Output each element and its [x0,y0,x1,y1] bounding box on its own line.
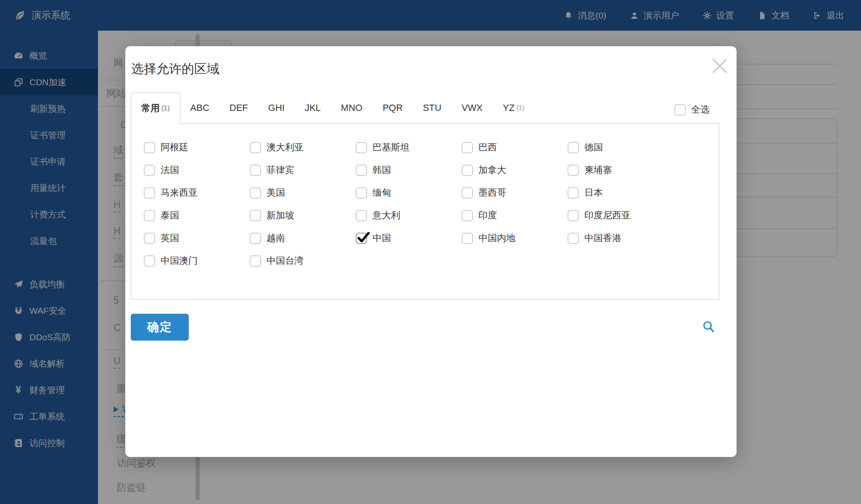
checkbox-unchecked[interactable] [568,210,579,221]
tab-label: STU [423,102,441,113]
region-label: 韩国 [372,164,391,176]
select-all-checkbox[interactable] [674,104,686,116]
region-option[interactable]: 韩国 [356,164,462,176]
tab-count: (1) [516,104,525,112]
region-option[interactable]: 巴西 [462,141,568,154]
checkbox-unchecked[interactable] [462,187,473,199]
tab-常用[interactable]: 常用(1) [131,92,180,124]
checkbox-unchecked[interactable] [462,165,473,176]
region-option[interactable]: 法国 [144,164,250,176]
region-option[interactable]: 中国香港 [568,232,673,244]
checkbox-unchecked[interactable] [356,165,367,176]
tab-label: DEF [230,102,248,113]
region-label: 意大利 [372,209,400,222]
checkbox-checked[interactable] [356,233,367,244]
region-label: 德国 [584,141,603,154]
region-option[interactable]: 日本 [568,186,673,199]
region-option[interactable]: 柬埔寨 [568,164,673,176]
checkbox-unchecked[interactable] [250,210,261,221]
region-option[interactable]: 马来西亚 [144,186,250,199]
region-list-panel: 阿根廷澳大利亚巴基斯坦巴西德国法国菲律宾韩国加拿大柬埔寨马来西亚美国缅甸墨西哥日… [131,123,719,299]
tab-label: 常用 [141,102,160,115]
region-option[interactable]: 澳大利亚 [250,141,356,154]
region-option[interactable]: 菲律宾 [250,164,356,176]
region-label: 法国 [161,164,179,176]
region-label: 马来西亚 [161,186,198,199]
tab-YZ[interactable]: YZ(1) [493,92,535,124]
search-icon[interactable] [702,320,716,334]
region-option[interactable]: 中国台湾 [250,255,356,267]
checkbox-unchecked[interactable] [568,233,579,244]
region-label: 中国内地 [478,232,515,244]
tab-STU[interactable]: STU [413,92,452,124]
region-label: 中国澳门 [161,255,198,267]
checkbox-unchecked[interactable] [250,165,261,176]
region-option[interactable]: 加拿大 [462,164,568,176]
region-option[interactable]: 美国 [250,186,356,199]
region-option[interactable]: 阿根廷 [144,141,250,154]
region-option[interactable]: 英国 [144,232,250,244]
checkbox-unchecked[interactable] [356,187,367,199]
region-option[interactable]: 印度尼西亚 [568,209,673,222]
checkbox-unchecked[interactable] [250,255,261,267]
region-option[interactable]: 泰国 [144,209,250,222]
close-icon[interactable] [710,57,729,75]
region-option[interactable]: 印度 [462,209,568,222]
checkbox-unchecked[interactable] [356,210,367,221]
modal-title: 选择允许的区域 [131,60,219,78]
region-label: 新加坡 [267,209,294,222]
checkbox-unchecked[interactable] [144,142,155,153]
checkbox-unchecked[interactable] [144,255,155,267]
region-option[interactable]: 新加坡 [250,209,356,222]
region-label: 菲律宾 [267,164,294,176]
region-label: 日本 [584,186,603,199]
region-option[interactable]: 中国澳门 [144,255,250,267]
region-option[interactable]: 中国 [356,232,462,244]
region-option[interactable]: 中国内地 [462,232,568,244]
checkbox-unchecked[interactable] [462,210,473,221]
region-option[interactable]: 墨西哥 [462,186,568,199]
tab-label: GHI [268,102,285,113]
region-label: 英国 [161,232,179,244]
region-option[interactable]: 意大利 [356,209,462,222]
region-option[interactable]: 巴基斯坦 [356,141,462,154]
checkbox-unchecked[interactable] [250,233,261,244]
checkbox-unchecked[interactable] [144,187,155,199]
checkbox-unchecked[interactable] [568,165,579,176]
checkbox-unchecked[interactable] [144,210,155,221]
tab-GHI[interactable]: GHI [258,92,295,124]
checkbox-unchecked[interactable] [568,187,579,199]
select-all[interactable]: 全选 [674,103,710,116]
region-label: 越南 [267,232,285,244]
tab-MNO[interactable]: MNO [331,92,372,124]
region-label: 缅甸 [372,186,391,199]
tab-PQR[interactable]: PQR [372,92,413,124]
tab-count: (1) [161,105,170,112]
checkbox-unchecked[interactable] [250,142,261,153]
checkbox-unchecked[interactable] [144,233,155,244]
tab-JKL[interactable]: JKL [295,92,331,124]
tab-VWX[interactable]: VWX [452,92,493,124]
region-label: 柬埔寨 [584,164,612,176]
region-option[interactable]: 德国 [568,141,673,154]
region-option[interactable]: 越南 [250,232,356,244]
region-label: 巴基斯坦 [372,141,409,154]
tab-label: JKL [305,102,321,113]
checkbox-unchecked[interactable] [356,142,367,153]
region-label: 墨西哥 [478,186,506,199]
region-label: 中国台湾 [267,255,304,267]
confirm-button[interactable]: 确定 [131,314,189,341]
region-label: 美国 [267,186,285,199]
region-label: 泰国 [161,209,179,222]
tab-bar: 常用(1)ABCDEFGHIJKLMNOPQRSTUVWXYZ(1) [131,92,535,124]
tab-DEF[interactable]: DEF [219,92,258,124]
checkbox-unchecked[interactable] [462,233,473,244]
checkbox-unchecked[interactable] [568,142,579,153]
checkbox-unchecked[interactable] [250,187,261,199]
select-all-label: 全选 [691,103,710,116]
checkbox-unchecked[interactable] [144,165,155,176]
region-option[interactable]: 缅甸 [356,186,462,199]
checkbox-unchecked[interactable] [462,142,473,153]
region-label: 中国香港 [584,232,621,244]
tab-ABC[interactable]: ABC [180,92,219,124]
